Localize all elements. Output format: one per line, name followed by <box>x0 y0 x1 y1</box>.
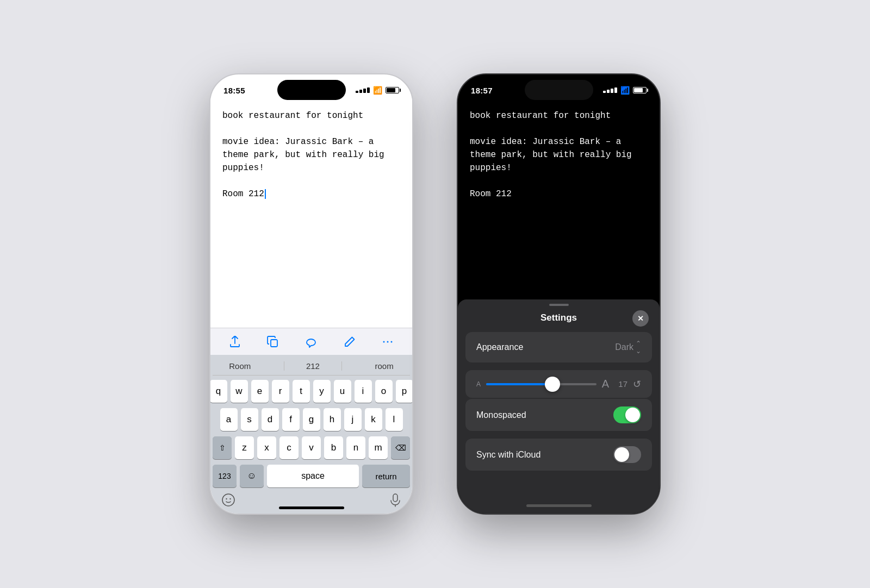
prediction-1[interactable]: Room <box>229 361 251 371</box>
key-numbers[interactable]: 123 <box>213 465 237 487</box>
key-n[interactable]: n <box>346 436 365 459</box>
settings-divider-2 <box>458 432 660 439</box>
dark-phone: 18:57 📶 book restaurant for tonight <box>457 73 661 515</box>
home-indicator-dark <box>526 504 592 507</box>
svg-point-5 <box>226 498 227 499</box>
status-bar-light: 18:55 📶 <box>210 74 412 98</box>
slider-fill <box>486 383 552 385</box>
status-icons-dark: 📶 <box>603 86 647 95</box>
dark-phone-content: 18:57 📶 book restaurant for tonight <box>458 74 660 514</box>
note-area-light[interactable]: book restaurant for tonight movie idea: … <box>210 98 412 328</box>
key-backspace[interactable]: ⌫ <box>391 436 410 459</box>
signal-bar-d4 <box>614 87 617 93</box>
key-f[interactable]: f <box>282 408 300 431</box>
keyboard: Room 212 room q w e r t y u i o p a s <box>210 355 412 495</box>
appearance-value: Dark ⌃⌄ <box>615 340 641 355</box>
note-line-3: Room 212 <box>222 187 400 201</box>
key-h[interactable]: h <box>324 408 341 431</box>
key-a[interactable]: a <box>220 408 238 431</box>
emoji-icon[interactable] <box>221 493 235 509</box>
keyboard-row-4: 123 ☺ space return <box>213 465 410 487</box>
font-reset-icon[interactable]: ↺ <box>633 378 641 390</box>
sync-label: Sync with iCloud <box>476 450 540 460</box>
signal-bar-1 <box>356 91 358 93</box>
key-g[interactable]: g <box>303 408 320 431</box>
key-y[interactable]: y <box>313 380 331 403</box>
sync-toggle[interactable] <box>613 446 641 463</box>
svg-point-1 <box>383 341 384 342</box>
key-k[interactable]: k <box>365 408 382 431</box>
keyboard-bottom-bar <box>210 495 412 514</box>
svg-rect-7 <box>393 494 397 502</box>
key-p[interactable]: p <box>396 380 413 403</box>
key-t[interactable]: t <box>293 380 310 403</box>
key-j[interactable]: j <box>344 408 362 431</box>
signal-bar-2 <box>359 90 362 93</box>
svg-point-3 <box>390 341 392 342</box>
font-size-row[interactable]: A A 17 ↺ <box>465 370 652 398</box>
keyboard-row-3: ⇧ z x c v b n m ⌫ <box>213 436 410 459</box>
key-v[interactable]: v <box>302 436 321 459</box>
monospaced-label: Monospaced <box>476 410 526 420</box>
settings-bottom-spacer <box>458 472 660 504</box>
key-space[interactable]: space <box>267 465 359 487</box>
keyboard-row-1: q w e r t y u i o p <box>213 380 410 403</box>
sync-icloud-row: Sync with iCloud <box>465 439 652 471</box>
key-r[interactable]: r <box>272 380 289 403</box>
toolbar <box>210 328 412 355</box>
battery-fill-dark <box>634 88 643 92</box>
key-shift[interactable]: ⇧ <box>213 436 232 459</box>
key-w[interactable]: w <box>231 380 248 403</box>
keyboard-row-2: a s d f g h j k l <box>213 408 410 431</box>
svg-point-6 <box>229 498 231 499</box>
key-b[interactable]: b <box>324 436 343 459</box>
signal-bar-d1 <box>603 91 606 93</box>
home-indicator-light <box>279 506 344 509</box>
signal-icon-dark <box>603 87 617 93</box>
share-icon[interactable] <box>227 334 243 349</box>
appearance-row[interactable]: Appearance Dark ⌃⌄ <box>465 332 652 362</box>
dark-note-line-1: book restaurant for tonight <box>470 109 648 122</box>
note-area-dark[interactable]: book restaurant for tonight movie idea: … <box>458 98 660 299</box>
note-line-2: movie idea: Jurassic Bark – a theme park… <box>222 135 400 174</box>
prediction-2[interactable]: 212 <box>284 361 342 371</box>
key-x[interactable]: x <box>257 436 276 459</box>
more-icon[interactable] <box>380 334 395 349</box>
key-z[interactable]: z <box>235 436 254 459</box>
key-l[interactable]: l <box>386 408 403 431</box>
settings-title: Settings <box>540 312 577 323</box>
signal-bar-3 <box>363 89 366 93</box>
dark-note-line-3: Room 212 <box>470 187 648 201</box>
svg-rect-0 <box>271 340 277 347</box>
key-return[interactable]: return <box>362 465 410 487</box>
signal-bar-d3 <box>611 89 613 93</box>
text-cursor <box>265 189 266 199</box>
lasso-icon[interactable] <box>303 334 319 349</box>
pencil-icon[interactable] <box>342 334 357 349</box>
key-q[interactable]: q <box>210 380 227 403</box>
slider-thumb <box>545 377 560 392</box>
signal-bar-4 <box>367 87 370 93</box>
key-e[interactable]: e <box>251 380 269 403</box>
dynamic-island-dark <box>525 80 593 100</box>
key-o[interactable]: o <box>375 380 393 403</box>
time-light: 18:55 <box>223 86 245 95</box>
dictation-icon[interactable] <box>389 493 401 509</box>
settings-close-button[interactable]: ✕ <box>632 310 649 327</box>
key-c[interactable]: c <box>279 436 299 459</box>
key-d[interactable]: d <box>262 408 279 431</box>
key-i[interactable]: i <box>355 380 372 403</box>
prediction-3[interactable]: room <box>375 361 393 371</box>
copy-icon[interactable] <box>265 334 281 349</box>
key-s[interactable]: s <box>241 408 258 431</box>
font-size-value: 17 <box>614 379 627 389</box>
font-size-large-label: A <box>602 378 609 390</box>
svg-point-4 <box>222 494 234 506</box>
font-size-slider[interactable] <box>486 383 596 385</box>
key-m[interactable]: m <box>369 436 388 459</box>
svg-point-2 <box>387 341 388 342</box>
note-line-1: book restaurant for tonight <box>222 109 400 122</box>
monospaced-toggle[interactable] <box>613 406 641 423</box>
key-u[interactable]: u <box>334 380 351 403</box>
key-emoji[interactable]: ☺ <box>240 465 264 487</box>
